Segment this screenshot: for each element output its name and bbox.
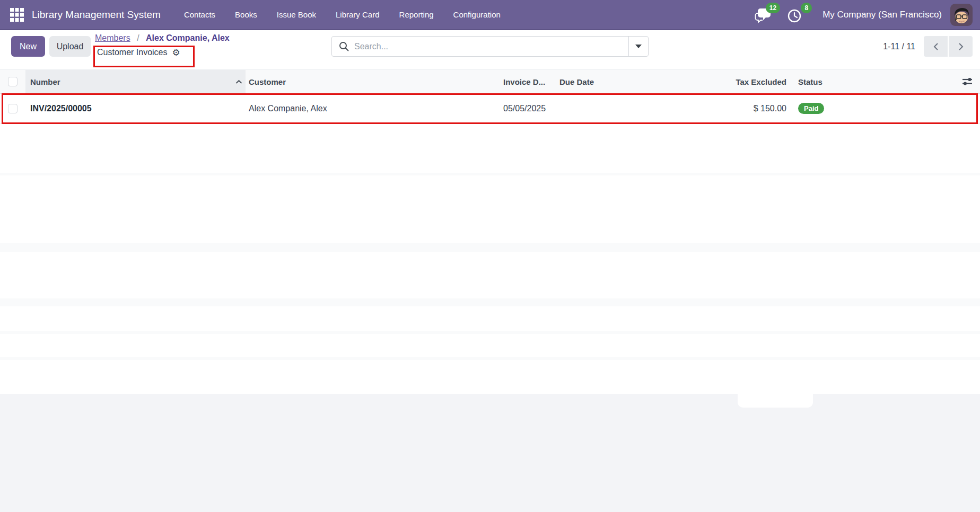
breadcrumb: Members / Alex Companie, Alex bbox=[95, 33, 230, 43]
cell-customer[interactable]: Alex Companie, Alex bbox=[246, 94, 500, 123]
menu-item-library-card[interactable]: Library Card bbox=[336, 10, 380, 19]
column-header-number[interactable]: Number bbox=[25, 70, 246, 93]
messages-badge: 12 bbox=[766, 3, 780, 13]
user-avatar[interactable] bbox=[950, 4, 973, 26]
column-header-tax-excluded[interactable]: Tax Excluded bbox=[731, 70, 790, 93]
select-all-checkbox[interactable] bbox=[8, 77, 18, 86]
apps-grid-icon[interactable] bbox=[10, 7, 24, 22]
menu-item-configuration[interactable]: Configuration bbox=[453, 10, 501, 19]
pager: 1-11 / 11 bbox=[883, 36, 973, 57]
clock-icon bbox=[786, 7, 802, 23]
chevron-down-icon bbox=[635, 45, 642, 48]
column-header-customer[interactable]: Customer bbox=[246, 70, 500, 93]
messages-icon[interactable]: 12 bbox=[755, 6, 773, 23]
cell-tax-excluded[interactable]: $ 150.00 bbox=[731, 94, 790, 123]
ghost-row-stripe bbox=[0, 357, 980, 360]
pager-next-button[interactable] bbox=[949, 36, 973, 57]
search-input[interactable] bbox=[353, 41, 628, 52]
avatar-image bbox=[950, 4, 973, 26]
top-navbar: Library Management System Contacts Books… bbox=[0, 0, 980, 30]
search-dropdown-toggle[interactable] bbox=[628, 37, 648, 56]
cell-due-date[interactable] bbox=[556, 94, 731, 123]
empty-footer-area bbox=[0, 394, 980, 512]
row-checkbox[interactable] bbox=[8, 104, 18, 113]
main-menu: Contacts Books Issue Book Library Card R… bbox=[184, 10, 501, 19]
ghost-row-stripe bbox=[0, 173, 980, 175]
navbar-right: 12 8 My Company (San Francisco) bbox=[755, 4, 973, 26]
menu-item-issue-book[interactable]: Issue Book bbox=[277, 10, 316, 19]
column-header-invoice-date[interactable]: Invoice D... bbox=[500, 70, 556, 93]
control-panel: New Upload Members / Alex Companie, Alex… bbox=[0, 30, 980, 69]
search-icon bbox=[339, 41, 349, 51]
company-switcher[interactable]: My Company (San Francisco) bbox=[822, 10, 942, 20]
ghost-row-stripe bbox=[0, 298, 980, 306]
cell-status[interactable]: Paid bbox=[790, 94, 955, 123]
new-button[interactable]: New bbox=[11, 36, 45, 57]
app-title[interactable]: Library Management System bbox=[32, 9, 161, 21]
chevron-left-icon bbox=[933, 42, 939, 51]
status-badge: Paid bbox=[798, 103, 824, 114]
cell-invoice-date[interactable]: 05/05/2025 bbox=[500, 94, 556, 123]
row-select-cell bbox=[0, 94, 25, 123]
menu-item-reporting[interactable]: Reporting bbox=[399, 10, 434, 19]
adjust-columns-icon[interactable] bbox=[961, 77, 973, 86]
pager-range: 1-11 / 11 bbox=[883, 42, 915, 51]
pager-previous-button[interactable] bbox=[924, 36, 948, 57]
breadcrumb-members-link[interactable]: Members bbox=[95, 33, 130, 42]
search-bar bbox=[331, 36, 649, 57]
menu-item-books[interactable]: Books bbox=[235, 10, 257, 19]
table-row[interactable]: INV/2025/00005 Alex Companie, Alex 05/05… bbox=[0, 94, 980, 123]
breadcrumb-current[interactable]: Alex Companie, Alex bbox=[146, 33, 230, 42]
select-all-cell bbox=[0, 70, 25, 93]
ghost-row-stripe bbox=[0, 331, 980, 334]
menu-item-contacts[interactable]: Contacts bbox=[184, 10, 215, 19]
activities-badge: 8 bbox=[801, 3, 812, 13]
column-header-status[interactable]: Status bbox=[790, 70, 955, 93]
cell-spacer bbox=[955, 94, 980, 123]
breadcrumb-separator: / bbox=[137, 33, 139, 42]
sort-ascending-icon bbox=[235, 80, 242, 84]
view-subtitle-label: Customer Invoices bbox=[97, 48, 168, 57]
gear-icon[interactable]: ⚙ bbox=[172, 48, 180, 57]
cell-number[interactable]: INV/2025/00005 bbox=[25, 94, 246, 123]
list-header-row: Number Customer Invoice D... Due Date Ta… bbox=[0, 69, 980, 94]
white-notch bbox=[738, 394, 813, 408]
column-settings-cell bbox=[955, 70, 980, 93]
column-header-due-date[interactable]: Due Date bbox=[556, 70, 731, 93]
view-subtitle: Customer Invoices ⚙ bbox=[97, 48, 180, 57]
upload-button[interactable]: Upload bbox=[49, 36, 91, 57]
ghost-row-stripe bbox=[0, 243, 980, 252]
chevron-right-icon bbox=[958, 42, 964, 51]
activities-icon[interactable]: 8 bbox=[786, 6, 804, 23]
